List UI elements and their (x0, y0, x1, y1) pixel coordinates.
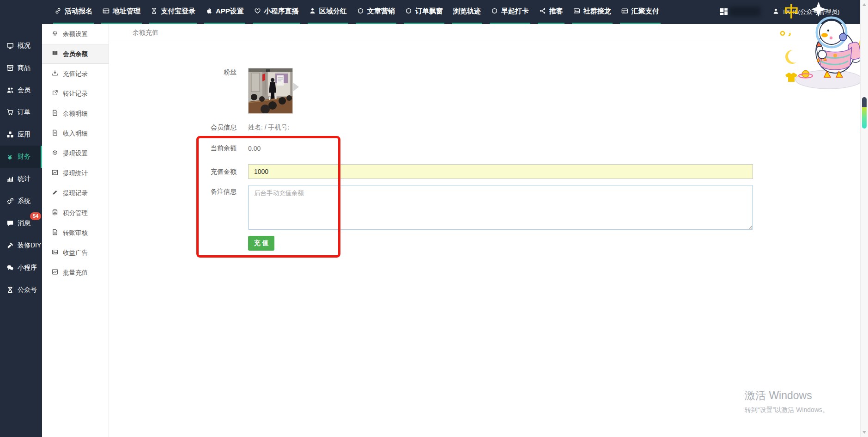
topnav-item-group-chain[interactable]: 社群接龙 (572, 0, 613, 24)
book-icon (52, 50, 58, 58)
avatar-pointer-arrow (293, 83, 299, 91)
scrollbar-thumb[interactable] (862, 97, 867, 129)
external-link-icon (52, 90, 58, 98)
desktop-icon (6, 42, 14, 50)
gavel-icon (6, 242, 14, 250)
sidebar-item-miniprogram[interactable]: 小程序 (0, 257, 42, 279)
submenu-item-withdraw-records[interactable]: 提现记录 (42, 183, 109, 203)
download-icon (52, 70, 58, 78)
submenu-item-label: 批量充值 (63, 269, 88, 277)
topnav-item-label: APP设置 (216, 7, 244, 16)
topnav-item-early-checkin[interactable]: 早起打卡 (490, 0, 530, 24)
recharge-amount-input[interactable] (248, 164, 753, 179)
topnav-item-promoter[interactable]: 推客 (538, 0, 565, 24)
sidebar-item-label: 小程序 (18, 264, 37, 272)
submenu-item-transfer-review[interactable]: 转账审核 (42, 223, 109, 243)
sidebar-item-messages[interactable]: 消息 54 (0, 212, 42, 234)
apple-icon (206, 7, 212, 16)
remark-textarea[interactable] (248, 185, 753, 230)
bar-chart-icon (6, 175, 14, 183)
scroll-up-arrow-icon[interactable] (862, 3, 866, 6)
top-navbar: 活动报名 地址管理 支付宝登录 APP设置 小程序直播 区域分红 文章营销 订 (0, 0, 860, 24)
remark-label: 备注信息 (181, 187, 237, 196)
apps-grid-icon[interactable] (719, 7, 728, 17)
submenu-item-balance-details[interactable]: 余额明细 (42, 104, 109, 123)
sidebar-item-overview[interactable]: 概况 (0, 35, 42, 57)
windows-activation-watermark: 激活 Windows 转到“设置”以激活 Windows。 (745, 388, 829, 414)
sidebar-item-members[interactable]: 会员 (0, 79, 42, 101)
fan-label: 粉丝 (181, 68, 237, 77)
topnav-item-app-settings[interactable]: APP设置 (204, 0, 245, 24)
page-scrollbar[interactable] (860, 0, 868, 437)
submenu-item-withdraw-settings[interactable]: 提现设置 (42, 143, 109, 163)
box-icon (6, 64, 14, 72)
main-sidebar: 概况 商品 会员 订单 应用 ¥ 财务 统计 系统 消息 54 装修DIY 小程… (0, 24, 42, 437)
link-icon (55, 7, 61, 16)
gears-icon (6, 197, 14, 205)
topnav-item-label: 区域分红 (319, 7, 347, 16)
submenu-item-withdraw-statistics[interactable]: 提现统计 (42, 163, 109, 183)
sidebar-item-apps[interactable]: 应用 (0, 123, 42, 146)
sidebar-item-label: 系统 (18, 197, 30, 205)
sidebar-item-finance[interactable]: ¥ 财务 (0, 146, 42, 168)
fan-avatar (248, 68, 293, 114)
submenu-item-recharge-records[interactable]: 充值记录 (42, 64, 109, 84)
topnav-item-alipay-login[interactable]: 支付宝登录 (149, 0, 197, 24)
sidebar-item-label: 概况 (18, 42, 30, 50)
sidebar-item-label: 公众号 (18, 286, 37, 294)
circle-icon (357, 7, 364, 16)
sidebar-item-label: 应用 (18, 130, 30, 139)
submenu-item-label: 余额明细 (63, 110, 88, 118)
gear-icon (52, 149, 58, 157)
page-title: 余额充值 (109, 24, 860, 41)
recharge-form: 粉丝 (109, 41, 860, 437)
topnav-item-label: 小程序直播 (264, 7, 299, 16)
sidebar-item-label: 商品 (18, 64, 30, 72)
topnav-item-label: 浏览轨迹 (453, 7, 481, 16)
sidebar-item-official-account[interactable]: 公众号 (0, 279, 42, 301)
watermark-line2: 转到“设置”以激活 Windows。 (745, 406, 829, 414)
file-icon (52, 129, 58, 137)
submenu-item-label: 提现设置 (63, 149, 88, 158)
submenu-item-income-details[interactable]: 收入明细 (42, 123, 109, 143)
topnav-item-article-marketing[interactable]: 文章营销 (356, 0, 396, 24)
user-name: TXHL(公众号管理员) (782, 8, 840, 16)
scroll-down-arrow-icon[interactable] (862, 431, 866, 434)
topnav-item-label: 活动报名 (65, 7, 92, 16)
topnav-item-address-management[interactable]: 地址管理 (101, 0, 142, 24)
sidebar-item-statistics[interactable]: 统计 (0, 168, 42, 190)
sidebar-item-decorate-diy[interactable]: 装修DIY (0, 234, 42, 257)
hourglass-icon (6, 286, 14, 294)
hourglass-icon (151, 7, 158, 16)
recharge-submit-button[interactable]: 充 值 (248, 236, 274, 251)
submenu-item-transfer-records[interactable]: 转让记录 (42, 84, 109, 104)
topnav-item-label: 地址管理 (113, 7, 140, 16)
user-account-menu[interactable]: TXHL(公众号管理员) (772, 0, 840, 24)
sidebar-item-orders[interactable]: 订单 (0, 101, 42, 123)
submenu-item-balance-settings[interactable]: 余额设置 (42, 24, 109, 44)
current-balance-value: 0.00 (248, 144, 261, 153)
submenu-item-label: 收入明细 (63, 129, 88, 138)
topnav-item-huiju-pay[interactable]: 汇聚支付 (620, 0, 661, 24)
submenu-item-batch-recharge[interactable]: 批量充值 (42, 263, 109, 283)
topnav-item-label: 文章营销 (367, 7, 395, 16)
submenu-item-points-management[interactable]: 积分管理 (42, 203, 109, 223)
topnav-item-browse-history[interactable]: 浏览轨迹 (452, 0, 482, 24)
fan-avatar-photo (249, 68, 292, 113)
topnav-item-region-dividend[interactable]: 区域分红 (308, 0, 348, 24)
submenu-item-member-balance[interactable]: 会员余额 (42, 44, 109, 64)
submenu-item-label: 充值记录 (63, 70, 88, 78)
topnav-item-order-popup[interactable]: 订单飘窗 (404, 0, 444, 24)
heart-icon (254, 7, 261, 16)
topnav-item-activity-signup[interactable]: 活动报名 (53, 0, 94, 24)
current-balance-label: 当前余额 (181, 143, 237, 153)
sidebar-item-label: 财务 (18, 153, 30, 161)
topnav-item-miniprogram-live[interactable]: 小程序直播 (253, 0, 300, 24)
finance-submenu: 余额设置 会员余额 充值记录 转让记录 余额明细 收入明细 提现设置 提现统计 … (42, 24, 109, 437)
sidebar-item-system[interactable]: 系统 (0, 190, 42, 212)
topnav-item-label: 社群接龙 (583, 7, 611, 16)
sidebar-item-goods[interactable]: 商品 (0, 57, 42, 79)
member-info-label: 会员信息 (181, 123, 237, 132)
line-chart-icon (52, 269, 58, 277)
submenu-item-revenue-ads[interactable]: 收益广告 (42, 243, 109, 263)
